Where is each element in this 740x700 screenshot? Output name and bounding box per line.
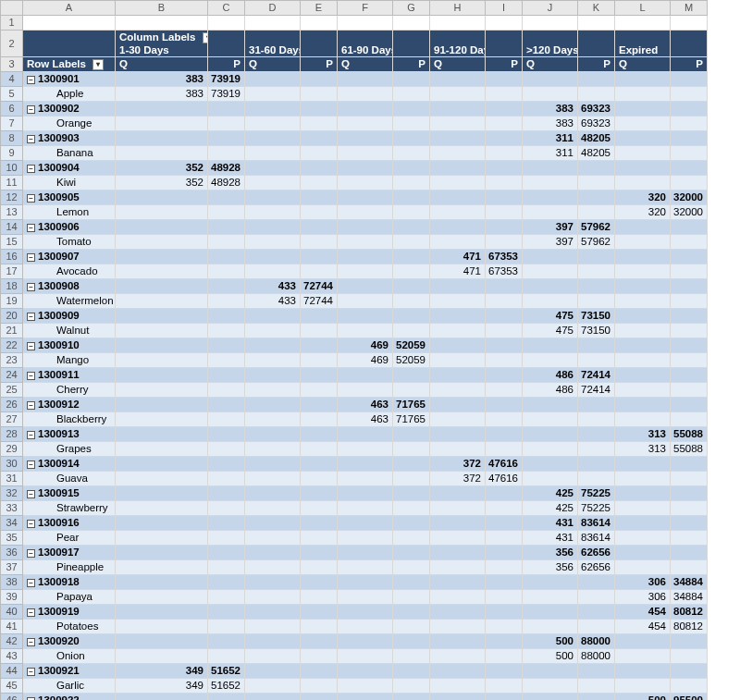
collapse-icon[interactable]: − xyxy=(27,490,35,498)
child-row-label[interactable]: Grapes xyxy=(23,442,116,457)
group-row-label[interactable]: −1300902 xyxy=(23,102,116,117)
col-header[interactable]: E xyxy=(301,1,338,16)
group-row-label[interactable]: −1300905 xyxy=(23,190,116,205)
row-header[interactable]: 42 xyxy=(1,634,23,649)
grid[interactable]: ABCDEFGHIJKLM12Column Labels ▾1-30 Days3… xyxy=(0,0,740,700)
row-header[interactable]: 36 xyxy=(1,546,23,560)
cell[interactable] xyxy=(486,16,523,31)
group-row-label[interactable]: −1300914 xyxy=(23,457,116,472)
col-header[interactable]: C xyxy=(208,1,245,16)
column-labels-header[interactable]: Column Labels ▾1-30 Days xyxy=(116,31,208,57)
collapse-icon[interactable]: − xyxy=(27,461,35,469)
group-row-label[interactable]: −1300907 xyxy=(23,250,116,264)
collapse-icon[interactable]: − xyxy=(27,579,35,587)
col-header[interactable]: H xyxy=(430,1,486,16)
row-header[interactable]: 27 xyxy=(1,412,23,427)
col-header[interactable]: D xyxy=(245,1,301,16)
row-header[interactable]: 4 xyxy=(1,72,23,87)
row-header[interactable]: 37 xyxy=(1,560,23,575)
child-row-label[interactable]: Kiwi xyxy=(23,176,116,190)
cell[interactable] xyxy=(23,16,116,31)
child-row-label[interactable]: Cherry xyxy=(23,383,116,398)
cell[interactable] xyxy=(245,16,301,31)
row-header[interactable]: 7 xyxy=(1,117,23,131)
col-header[interactable]: K xyxy=(578,1,615,16)
collapse-icon[interactable]: − xyxy=(27,638,35,646)
group-row-label[interactable]: −1300901 xyxy=(23,72,116,87)
child-row-label[interactable]: Avocado xyxy=(23,264,116,279)
col-header[interactable]: B xyxy=(116,1,208,16)
row-header[interactable]: 2 xyxy=(1,31,23,57)
group-row-label[interactable]: −1300915 xyxy=(23,486,116,501)
row-header[interactable]: 35 xyxy=(1,531,23,546)
row-header[interactable]: 38 xyxy=(1,575,23,590)
child-row-label[interactable]: Pear xyxy=(23,531,116,546)
group-row-label[interactable]: −1300903 xyxy=(23,131,116,146)
cell[interactable] xyxy=(523,16,578,31)
row-header[interactable]: 40 xyxy=(1,605,23,620)
spreadsheet[interactable]: ABCDEFGHIJKLM12Column Labels ▾1-30 Days3… xyxy=(0,0,740,700)
corner-cell[interactable] xyxy=(1,1,23,16)
row-header[interactable]: 31 xyxy=(1,472,23,486)
col-header[interactable]: M xyxy=(671,1,708,16)
row-header[interactable]: 19 xyxy=(1,294,23,309)
row-header[interactable]: 15 xyxy=(1,235,23,250)
row-header[interactable]: 46 xyxy=(1,694,23,701)
cell[interactable] xyxy=(208,16,245,31)
collapse-icon[interactable]: − xyxy=(27,431,35,439)
cell[interactable] xyxy=(578,16,615,31)
child-row-label[interactable]: Tomato xyxy=(23,235,116,250)
child-row-label[interactable]: Orange xyxy=(23,117,116,131)
row-header[interactable]: 17 xyxy=(1,264,23,279)
row-header[interactable]: 26 xyxy=(1,398,23,412)
group-row-label[interactable]: −1300919 xyxy=(23,605,116,620)
row-header[interactable]: 23 xyxy=(1,353,23,368)
child-row-label[interactable]: Guava xyxy=(23,472,116,486)
group-row-label[interactable]: −1300920 xyxy=(23,634,116,649)
group-row-label[interactable]: −1300916 xyxy=(23,516,116,531)
row-header[interactable]: 32 xyxy=(1,486,23,501)
row-header[interactable]: 16 xyxy=(1,250,23,264)
child-row-label[interactable]: Onion xyxy=(23,649,116,664)
group-row-label[interactable]: −1300917 xyxy=(23,546,116,560)
group-row-label[interactable]: −1300912 xyxy=(23,398,116,412)
group-row-label[interactable]: −1300909 xyxy=(23,309,116,324)
row-header[interactable]: 5 xyxy=(1,87,23,102)
group-row-label[interactable]: −1300913 xyxy=(23,427,116,442)
row-header[interactable]: 3 xyxy=(1,57,23,72)
row-header[interactable]: 11 xyxy=(1,176,23,190)
group-row-label[interactable]: −1300908 xyxy=(23,279,116,294)
group-row-label[interactable]: −1300906 xyxy=(23,220,116,235)
row-header[interactable]: 8 xyxy=(1,131,23,146)
child-row-label[interactable]: Blackberry xyxy=(23,412,116,427)
row-header[interactable]: 13 xyxy=(1,205,23,220)
row-header[interactable]: 10 xyxy=(1,161,23,176)
collapse-icon[interactable]: − xyxy=(27,194,35,203)
row-header[interactable]: 39 xyxy=(1,590,23,605)
row-header[interactable]: 34 xyxy=(1,516,23,531)
cell[interactable] xyxy=(671,16,708,31)
collapse-icon[interactable]: − xyxy=(27,372,35,380)
collapse-icon[interactable]: − xyxy=(27,668,35,676)
child-row-label[interactable]: Potatoes xyxy=(23,620,116,634)
row-header[interactable]: 20 xyxy=(1,309,23,324)
row-header[interactable]: 28 xyxy=(1,427,23,442)
child-row-label[interactable]: Banana xyxy=(23,146,116,161)
group-row-label[interactable]: −1300911 xyxy=(23,368,116,383)
cell[interactable] xyxy=(393,16,430,31)
collapse-icon[interactable]: − xyxy=(27,105,35,114)
collapse-icon[interactable]: − xyxy=(27,76,35,84)
collapse-icon[interactable]: − xyxy=(27,253,35,262)
col-header[interactable]: A xyxy=(23,1,116,16)
row-header[interactable]: 1 xyxy=(1,16,23,31)
row-header[interactable]: 44 xyxy=(1,664,23,679)
cell[interactable] xyxy=(301,16,338,31)
row-header[interactable]: 14 xyxy=(1,220,23,235)
group-row-label[interactable]: −1300904 xyxy=(23,161,116,176)
collapse-icon[interactable]: − xyxy=(27,283,35,291)
group-row-label[interactable]: −1300922 xyxy=(23,694,116,701)
collapse-icon[interactable]: − xyxy=(27,608,35,617)
row-header[interactable]: 22 xyxy=(1,338,23,353)
cell[interactable] xyxy=(430,16,486,31)
group-row-label[interactable]: −1300918 xyxy=(23,575,116,590)
